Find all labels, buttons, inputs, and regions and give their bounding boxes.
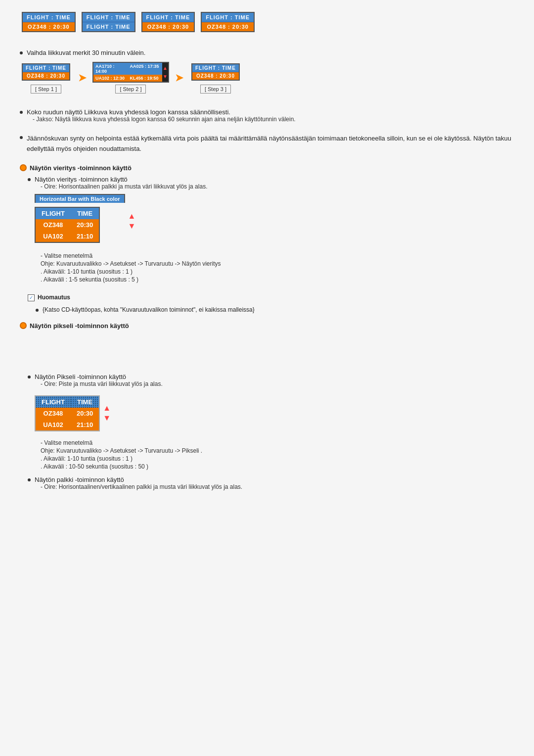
- scroll-heading-text: Näytön vieritys -toiminnon käyttö: [30, 164, 132, 172]
- step1-block: FLIGHT : TIME OZ348 : 20:30 [ Step 1 ]: [20, 61, 72, 94]
- pixel-header-right: TIME: [71, 396, 99, 408]
- scroll-row1-left: OZ348: [36, 219, 71, 231]
- pixel-method-sub3: . Aikaväli : 10-50 sekuntia (suositus : …: [41, 463, 202, 470]
- steps-bullet-text: Vaihda liikkuvat merkit 30 minuutin väle…: [27, 49, 145, 56]
- step2-label: [ Step 2 ]: [115, 85, 146, 94]
- bullet-dot-4: [28, 178, 31, 181]
- note-label: Huomautus: [38, 294, 70, 301]
- scroll-heading: Näytön vieritys -toiminnon käyttö: [20, 164, 514, 172]
- step3-widget: FLIGHT : TIME OZ348 : 20:30: [191, 63, 240, 81]
- step1-label: [ Step 1 ]: [31, 85, 61, 94]
- steps-bullet-item: Vaihda liikkuvat merkit 30 minuutin väle…: [20, 49, 514, 56]
- scroll-bullet1: Näytön vieritys -toiminnon käyttö - Oire…: [28, 176, 514, 284]
- widget2-data: FLIGHT : TIME: [83, 22, 134, 31]
- widget4-data: OZ348 : 20:30: [202, 22, 254, 31]
- step2-row2-right: KL456 : 19:50: [128, 75, 162, 82]
- step1-header: FLIGHT : TIME: [23, 64, 69, 72]
- pixel-header-left: FLIGHT: [36, 396, 71, 408]
- pixel-section: Näytön Pikseli -toiminnon käyttö - Oire:…: [28, 373, 514, 491]
- pixel-row2-left: UA102: [36, 419, 71, 430]
- scroll-sub1: - Oire: Horisontaalinen palkki ja musta …: [41, 183, 221, 190]
- freeze-section: Jäännöskuvan synty on helpointa estää ky…: [20, 134, 514, 154]
- scroll-method-sub1: Ohje: Kuvaruutuvalikko -> Asetukset -> T…: [41, 260, 221, 267]
- step2-row1-right: AA025 : 17:35: [128, 63, 162, 75]
- step3-header: FLIGHT : TIME: [192, 64, 239, 72]
- arrow2: ➤: [175, 72, 183, 84]
- bar-sub: - Oire: Horisontaalinen/vertikaalinen pa…: [41, 483, 242, 490]
- note-section: ✓ Huomautus: [28, 294, 514, 301]
- pixel-bullet-text: Näytön Pikseli -toiminnon käyttö: [35, 373, 202, 380]
- arrow1: ➤: [78, 72, 87, 84]
- bar-bullet-item: Näytön palkki -toiminnon käyttö - Oire: …: [28, 476, 514, 491]
- bullet-dot-7: [28, 478, 31, 481]
- checkbox-icon: ✓: [28, 294, 35, 301]
- pixel-heading-text: Näytön pikseli -toiminnon käyttö: [30, 322, 129, 330]
- note-bullet: {Katso CD-käyttöopas, kohta "Kuvaruutuva…: [36, 306, 514, 313]
- pixel-method-sub2: . Aikaväli: 1-10 tuntia (suositus : 1 ): [41, 455, 202, 462]
- step1-data: OZ348 : 20:30: [23, 72, 69, 80]
- note-text: {Katso CD-käyttöopas, kohta "Kuvaruutuva…: [43, 306, 255, 313]
- pixel-bullet-item: Näytön Pikseli -toiminnon käyttö - Oire:…: [28, 373, 514, 471]
- bullet-dot-6: [28, 376, 31, 378]
- pixel-method-sub1: Ohje: Kuvaruutuvalikko -> Asetukset -> T…: [41, 447, 202, 454]
- widget1-header: FLIGHT : TIME: [23, 13, 75, 22]
- scroll-method-label: - Valitse menetelmä: [41, 252, 221, 259]
- freeze-bullet: Jäännöskuvan synty on helpointa estää ky…: [20, 134, 514, 154]
- scroll-row2-left: UA102: [36, 231, 71, 242]
- step3-block: FLIGHT : TIME OZ348 : 20:30 [ Step 3 ]: [189, 61, 242, 94]
- pixel-arrow-up: ▲: [103, 404, 111, 412]
- pixel-table: FLIGHT TIME OZ348 20:30 UA102 21:10: [35, 395, 100, 431]
- widget3-data: OZ348 : 20:30: [142, 22, 194, 31]
- widget1-data: OZ348 : 20:30: [23, 22, 75, 31]
- pixel-side-arrows: ▲ ▼: [103, 404, 111, 422]
- pixel-row1-right: 20:30: [71, 408, 99, 419]
- pixel-row1-left: OZ348: [36, 408, 71, 419]
- orange-circle-icon-2: [20, 322, 27, 329]
- pixel-row2-right: 21:10: [71, 419, 99, 430]
- scroll-section: Näytön vieritys -toiminnon käyttö - Oire…: [28, 176, 514, 284]
- flight-widget-1: FLIGHT : TIME OZ348 : 20:30: [22, 12, 76, 32]
- step2-row2-left: UA102 : 12:30: [93, 75, 128, 82]
- steps-section: Vaihda liikkuvat merkit 30 minuutin väle…: [20, 49, 514, 94]
- scroll-header-right: TIME: [71, 208, 99, 219]
- full-screen-section: Koko ruudun näyttö Liikkuva kuva yhdessä…: [20, 108, 514, 124]
- flight-widget-2: FLIGHT : TIME FLIGHT : TIME: [82, 12, 135, 32]
- scroll-table-container: Horizontal Bar with Black color FLIGHT T…: [35, 194, 125, 248]
- pixel-sub: - Oire: Piste ja musta väri liikkuvat yl…: [41, 380, 202, 387]
- widget3-header: FLIGHT : TIME: [142, 13, 194, 22]
- scroll-arrow-up: ▲: [128, 212, 136, 220]
- scroll-arrow-down: ▼: [128, 222, 136, 230]
- orange-circle-icon: [20, 164, 27, 171]
- step3-label: [ Step 3 ]: [200, 85, 231, 94]
- full-screen-sub: - Jakso: Näytä liikkuva kuva yhdessä log…: [33, 116, 296, 123]
- step3-data: OZ348 : 20:30: [192, 72, 239, 80]
- top-widgets-row: FLIGHT : TIME OZ348 : 20:30 FLIGHT : TIM…: [20, 10, 514, 34]
- bar-bullet-text: Näytön palkki -toiminnon käyttö: [35, 476, 242, 483]
- pixel-arrow-down: ▼: [103, 414, 111, 422]
- freeze-text: Jäännöskuvan synty on helpointa estää ky…: [27, 134, 514, 154]
- scroll-method-sub3: . Aikaväli : 1-5 sekuntia (suositus : 5 …: [41, 276, 221, 283]
- scroll-method-sub2: . Aikaväli: 1-10 tuntia (suositus : 1 ): [41, 268, 221, 275]
- full-screen-text: Koko ruudun näyttö Liikkuva kuva yhdessä…: [27, 108, 296, 116]
- scroll-table: FLIGHT TIME OZ348 20:30 UA102 21:10: [35, 207, 100, 243]
- bullet-dot-2: [20, 111, 23, 114]
- note-text-container: {Katso CD-käyttöopas, kohta "Kuvaruutuva…: [36, 306, 514, 313]
- bullet-dot: [20, 51, 23, 54]
- pixel-method-label: - Valitse menetelmä: [41, 439, 202, 446]
- scroll-side-arrows: ▲ ▼: [128, 212, 136, 230]
- steps-row: FLIGHT : TIME OZ348 : 20:30 [ Step 1 ] ➤…: [20, 61, 514, 94]
- bullet-dot-5: [36, 309, 39, 312]
- full-screen-bullet: Koko ruudun näyttö Liikkuva kuva yhdessä…: [20, 108, 514, 124]
- widget4-header: FLIGHT : TIME: [202, 13, 254, 22]
- scroll-bullet1-text: Näytön vieritys -toiminnon käyttö: [35, 176, 221, 183]
- pixel-heading: Näytön pikseli -toiminnon käyttö: [20, 322, 514, 330]
- scroll-row1-right: 20:30: [71, 219, 99, 231]
- bullet-dot-3: [20, 136, 23, 139]
- step2-block: AA1710 : 14:00 AA025 : 17:35 UA102 : 12:…: [92, 62, 169, 94]
- scroll-table-caption: Horizontal Bar with Black color: [35, 194, 125, 203]
- scroll-header-left: FLIGHT: [36, 208, 71, 219]
- flight-widget-3: FLIGHT : TIME OZ348 : 20:30: [141, 12, 195, 32]
- flight-widget-4: FLIGHT : TIME OZ348 : 20:30: [201, 12, 255, 32]
- step2-row1-left: AA1710 : 14:00: [93, 63, 128, 75]
- widget2-header: FLIGHT : TIME: [83, 13, 134, 22]
